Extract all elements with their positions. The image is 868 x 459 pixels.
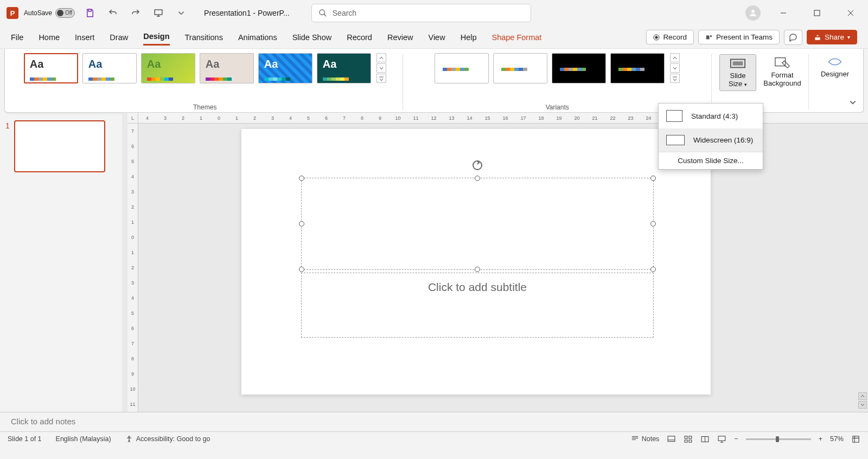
present-in-teams-button[interactable]: Present in Teams (698, 30, 780, 44)
tab-record[interactable]: Record (347, 30, 372, 45)
tab-design[interactable]: Design (143, 29, 169, 46)
redo-button[interactable] (128, 5, 143, 21)
resize-handle[interactable] (299, 221, 304, 227)
tab-review[interactable]: Review (387, 30, 413, 45)
slide-size-widescreen[interactable]: Widescreen (16:9) (659, 128, 763, 152)
slide-size-menu: Standard (4:3) Widescreen (16:9) Custom … (658, 103, 763, 170)
undo-button[interactable] (105, 5, 120, 21)
themes-label: Themes (193, 104, 216, 111)
qat-more-button[interactable] (174, 5, 189, 21)
title-placeholder[interactable] (301, 178, 654, 270)
svg-rect-10 (733, 61, 743, 66)
fit-to-window-button[interactable] (851, 435, 860, 444)
variants-scroll (670, 53, 680, 83)
theme-item[interactable]: Aa (82, 53, 137, 83)
theme-item[interactable]: Aa (141, 53, 195, 83)
comment-icon (789, 33, 797, 42)
autosave-toggle[interactable]: Off (55, 8, 75, 18)
slide-thumbnails: 1 (0, 113, 122, 412)
tab-insert[interactable]: Insert (75, 30, 94, 45)
ribbon-tabs: File Home Insert Draw Design Transitions… (0, 26, 868, 49)
slide-size-standard[interactable]: Standard (4:3) (659, 104, 763, 128)
variants-scroll-up[interactable] (670, 53, 680, 62)
save-button[interactable] (82, 5, 98, 21)
close-button[interactable] (840, 5, 861, 21)
zoom-level[interactable]: 57% (830, 435, 844, 443)
scroll-down[interactable] (858, 401, 867, 409)
svg-rect-4 (814, 10, 820, 16)
designer-icon (827, 55, 843, 68)
resize-handle[interactable] (650, 176, 656, 181)
tab-transitions[interactable]: Transitions (185, 30, 223, 45)
resize-handle[interactable] (650, 267, 656, 272)
svg-rect-18 (689, 439, 692, 442)
resize-handle[interactable] (650, 221, 656, 227)
tab-animations[interactable]: Animations (238, 30, 277, 45)
tab-view[interactable]: View (428, 30, 445, 45)
designer-button[interactable]: Designer (816, 53, 853, 81)
statusbar: Slide 1 of 1 English (Malaysia) Accessib… (0, 431, 868, 446)
reading-view-button[interactable] (700, 435, 710, 444)
zoom-out-button[interactable]: − (734, 435, 738, 443)
themes-more[interactable] (376, 74, 386, 83)
language[interactable]: English (Malaysia) (56, 435, 111, 443)
theme-item[interactable]: Aa (317, 53, 371, 83)
search-input[interactable]: Search (311, 4, 531, 22)
slide-sorter-button[interactable] (684, 435, 693, 444)
variants-more[interactable] (670, 74, 680, 83)
autosave: AutoSave Off (24, 8, 75, 18)
slideshow-view-button[interactable] (717, 435, 726, 444)
tab-home[interactable]: Home (39, 30, 60, 45)
slide[interactable]: Click to add subtitle (241, 129, 711, 395)
app-icon: P (7, 7, 18, 19)
variant-item[interactable] (552, 53, 606, 83)
tab-shape-format[interactable]: Shape Format (492, 30, 541, 45)
format-background-button[interactable]: Format Background (764, 54, 801, 91)
resize-handle[interactable] (299, 267, 304, 272)
share-button[interactable]: Share▾ (807, 30, 857, 44)
themes-scroll-up[interactable] (376, 53, 386, 62)
minimize-button[interactable] (773, 5, 794, 21)
variants-scroll-down[interactable] (670, 63, 680, 73)
svg-point-12 (473, 161, 482, 170)
accessibility-status[interactable]: Accessibility: Good to go (125, 435, 210, 443)
maximize-button[interactable] (806, 5, 828, 21)
ruler-corner: L (127, 113, 138, 124)
variant-item[interactable] (435, 53, 489, 83)
slideshow-button[interactable] (151, 5, 166, 21)
theme-item[interactable]: Aa (258, 53, 312, 83)
user-avatar[interactable] (745, 5, 761, 21)
notes-pane[interactable]: Click to add notes (0, 412, 868, 431)
theme-item[interactable]: Aa (200, 53, 254, 83)
ribbon-collapse-button[interactable] (849, 99, 857, 108)
tab-file[interactable]: File (11, 30, 23, 45)
subtitle-placeholder[interactable]: Click to add subtitle (301, 273, 654, 338)
theme-office[interactable]: Aa (24, 53, 78, 83)
slide-size-icon (730, 57, 746, 70)
resize-handle[interactable] (299, 176, 304, 181)
variant-item[interactable] (610, 53, 665, 83)
record-button[interactable]: Record (646, 30, 694, 44)
tab-help[interactable]: Help (461, 30, 477, 45)
slide-size-custom[interactable]: Custom Slide Size... (659, 152, 763, 169)
slide-size-button[interactable]: Slide Size ▾ (719, 54, 756, 91)
svg-rect-7 (706, 35, 710, 39)
accessibility-icon (125, 435, 133, 443)
svg-point-2 (320, 10, 324, 15)
aspect-4-3-icon (666, 110, 682, 122)
zoom-in-button[interactable]: + (819, 435, 822, 443)
slide-thumbnail[interactable] (14, 120, 105, 172)
normal-view-button[interactable] (667, 435, 676, 444)
rotate-handle[interactable] (471, 159, 484, 173)
themes-scroll-down[interactable] (376, 63, 386, 73)
tab-slideshow[interactable]: Slide Show (292, 30, 332, 45)
notes-toggle[interactable]: Notes (630, 435, 659, 444)
tab-draw[interactable]: Draw (110, 30, 128, 45)
scroll-up[interactable] (858, 392, 867, 400)
comments-button[interactable] (784, 30, 802, 45)
variant-item[interactable] (493, 53, 547, 83)
svg-rect-21 (853, 436, 859, 442)
resize-handle[interactable] (475, 176, 480, 181)
zoom-slider[interactable] (746, 438, 811, 440)
resize-handle[interactable] (475, 267, 480, 272)
